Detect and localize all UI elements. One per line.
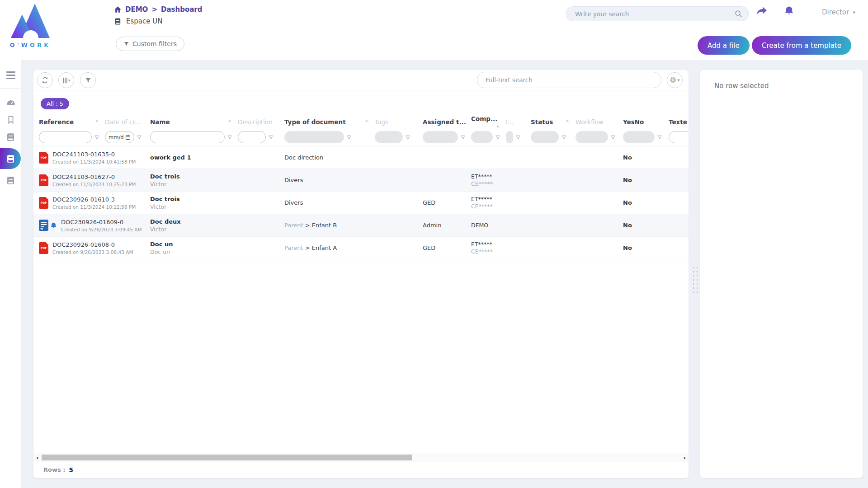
global-search[interactable] xyxy=(566,6,749,21)
filter-input[interactable] xyxy=(39,131,92,143)
reference-value: DOC230926-01609-0 xyxy=(61,219,142,225)
column-header-texte[interactable]: Texte xyxy=(663,117,689,126)
fulltext-search-input[interactable] xyxy=(477,72,661,88)
table-row[interactable]: PDFDOC230926-01608-0Created on 9/26/2023… xyxy=(33,237,689,259)
yesno-value: No xyxy=(623,177,663,183)
home-icon[interactable] xyxy=(114,6,122,13)
filter-disabled xyxy=(623,131,655,143)
chevron-down-icon: ▾ xyxy=(853,9,855,15)
column-header-yesno[interactable]: YesNo xyxy=(618,117,663,126)
sidebar-divider xyxy=(0,88,21,89)
filter-disabled xyxy=(284,131,344,143)
sidebar-item-archives[interactable] xyxy=(0,172,21,189)
filter-funnel-icon[interactable] xyxy=(495,135,500,140)
table-row[interactable]: wDOC230926-01609-0Created on 9/26/2023 3… xyxy=(33,214,689,237)
table-row[interactable]: PDFDOC230926-01610-3Created on 11/3/2024… xyxy=(33,192,689,214)
type-value: Parent > Enfant B xyxy=(284,222,369,229)
filter-funnel-icon[interactable] xyxy=(268,135,274,140)
no-selection-message: No row selected xyxy=(700,70,863,90)
breadcrumb-home[interactable]: DEMO xyxy=(125,5,148,14)
book-icon xyxy=(114,18,122,25)
scrollbar-thumb[interactable] xyxy=(42,455,412,460)
filter-funnel-icon[interactable] xyxy=(515,135,521,140)
sort-caret-icon[interactable]: ▸ xyxy=(566,117,569,124)
create-from-template-button[interactable]: Create from a template xyxy=(752,36,851,55)
filter-funnel-icon[interactable] xyxy=(561,135,566,140)
sidebar-item-documents-active[interactable] xyxy=(0,148,21,169)
created-on-value: Created on 9/26/2023 3:09:45 AM xyxy=(61,227,142,232)
sidebar-item-dashboard[interactable] xyxy=(0,94,21,111)
sidebar-item-bookmarks[interactable] xyxy=(0,111,21,128)
filter-funnel-icon[interactable] xyxy=(137,135,142,140)
filter-funnel-icon[interactable] xyxy=(405,135,410,140)
filter-input[interactable] xyxy=(150,131,225,143)
reference-value: DOC241103-01627-0 xyxy=(52,174,136,180)
type-value: Divers xyxy=(284,177,369,183)
table-settings-button[interactable]: ⚙ ▾ xyxy=(667,72,683,88)
filter-button[interactable] xyxy=(80,72,96,88)
column-header-reference[interactable]: Reference▸ xyxy=(33,117,99,126)
company-value: DEMO xyxy=(471,222,500,229)
table-filter-row: mm/d xyxy=(33,128,689,146)
column-header-comp---[interactable]: Comp...▸ xyxy=(466,114,500,129)
book-icon xyxy=(6,176,15,185)
filter-input[interactable] xyxy=(669,131,689,143)
breadcrumb: DEMO > Dashboard xyxy=(114,5,202,14)
name-value: owork ged 1 xyxy=(150,154,232,161)
filter-disabled xyxy=(576,131,608,143)
scroll-left-icon[interactable]: ◂ xyxy=(34,454,40,461)
panel-resize-handle[interactable] xyxy=(692,266,698,295)
column-header-name[interactable]: Name▸ xyxy=(145,117,232,126)
column-header-description[interactable]: Description xyxy=(232,117,279,126)
date-filter-input[interactable]: mm/d xyxy=(105,131,134,143)
sort-caret-icon[interactable]: ▸ xyxy=(229,117,231,124)
book-icon xyxy=(6,132,15,142)
global-search-input[interactable] xyxy=(575,10,735,18)
alert-bell-icon xyxy=(50,222,57,229)
name-subtitle: Doc un xyxy=(150,249,232,255)
horizontal-scrollbar[interactable]: ◂ ▸ xyxy=(33,454,689,461)
scroll-right-icon[interactable]: ▸ xyxy=(682,454,688,461)
add-file-button[interactable]: Add a file xyxy=(698,36,750,55)
documents-table-card: ⚙ ▾ All : 5 Reference▸Date of cr...Name▸… xyxy=(33,70,689,478)
filter-input[interactable] xyxy=(238,131,266,143)
app-logo[interactable]: O'WORK xyxy=(5,3,55,48)
rows-count: 5 xyxy=(69,466,73,474)
breadcrumb-page[interactable]: Dashboard xyxy=(161,5,202,14)
filter-funnel-icon[interactable] xyxy=(460,135,466,140)
column-header-date-of-cr---[interactable]: Date of cr... xyxy=(99,117,145,126)
column-header-workflow[interactable]: Workflow xyxy=(570,117,618,126)
share-icon[interactable] xyxy=(756,5,768,16)
type-value: Doc direction xyxy=(284,154,369,161)
custom-filters-button[interactable]: Custom filters xyxy=(116,37,184,51)
column-header-tags[interactable]: Tags xyxy=(369,117,417,126)
filter-cell-4 xyxy=(279,131,369,143)
search-icon[interactable] xyxy=(735,10,742,18)
filter-disabled xyxy=(471,131,493,143)
filter-funnel-icon[interactable] xyxy=(610,135,616,140)
filter-funnel-icon[interactable] xyxy=(94,135,99,140)
table-row[interactable]: PDFDOC241103-01627-0Created on 11/3/2024… xyxy=(33,169,689,192)
filter-funnel-icon[interactable] xyxy=(227,135,232,140)
logo-mountain-icon xyxy=(10,3,50,39)
sort-caret-icon[interactable]: ▸ xyxy=(96,117,99,124)
all-rows-badge[interactable]: All : 5 xyxy=(41,98,69,109)
column-header-status[interactable]: Status▸ xyxy=(525,117,570,126)
column-header-i---[interactable]: I... xyxy=(500,117,525,126)
filter-cell-11 xyxy=(618,131,663,143)
refresh-button[interactable] xyxy=(37,72,53,88)
table-row[interactable]: PDFDOC241103-01635-0Created on 11/3/2024… xyxy=(33,146,689,169)
user-menu[interactable]: Director ▾ xyxy=(822,8,855,16)
notifications-bell-icon[interactable] xyxy=(784,5,794,16)
filter-funnel-icon[interactable] xyxy=(346,135,352,140)
filter-funnel-icon[interactable] xyxy=(657,135,662,140)
column-header-type-of-document[interactable]: Type of document▸ xyxy=(279,117,369,126)
sidebar-item-library[interactable] xyxy=(0,128,21,145)
logo-wordmark: O'WORK xyxy=(5,42,55,48)
menu-hamburger-icon[interactable] xyxy=(0,66,21,84)
pdf-file-icon: PDF xyxy=(39,242,48,254)
created-on-value: Created on 11/3/2024 10:25:23 PM xyxy=(52,182,136,187)
sort-caret-icon[interactable]: ▸ xyxy=(366,117,368,124)
column-header-assigned-t---[interactable]: Assigned t... xyxy=(417,117,466,126)
columns-button[interactable] xyxy=(58,72,74,88)
